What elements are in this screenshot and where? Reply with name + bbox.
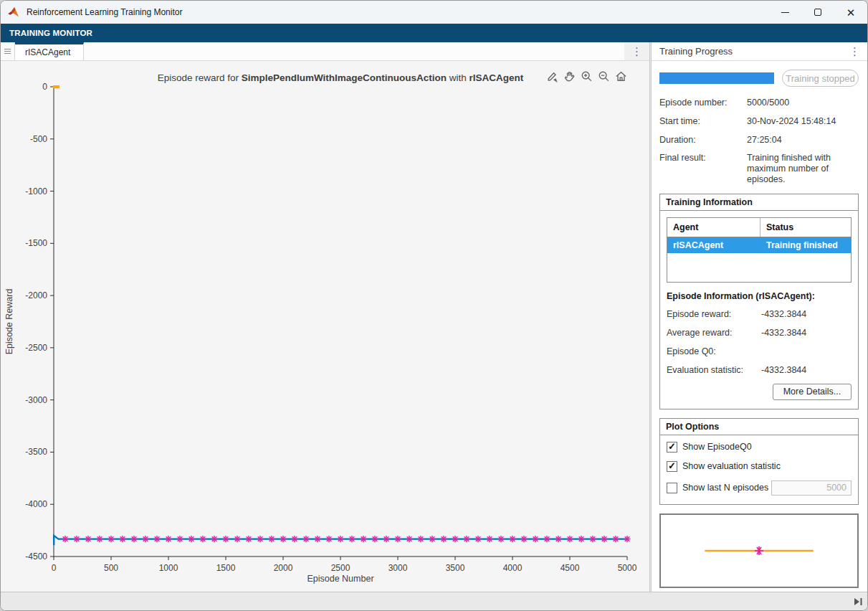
svg-text:5000: 5000 [618,563,637,573]
doc-tab-label: rISACAgent [25,47,70,57]
svg-text:-4500: -4500 [25,551,47,562]
checkbox-row-episodeq0: ✓ Show EpisodeQ0 [667,442,852,453]
svg-text:-1000: -1000 [25,186,47,196]
tab-training-monitor[interactable]: TRAINING MONITOR [1,29,101,37]
svg-text:-3000: -3000 [25,395,47,405]
svg-text:Episode Number: Episode Number [307,574,373,584]
svg-text:-500: -500 [30,134,47,144]
check-icon: ✓ [668,461,676,470]
check-icon: ✓ [668,442,676,451]
svg-text:Episode Reward: Episode Reward [4,289,14,355]
column-header-agent[interactable]: Agent [667,218,760,237]
svg-text:1000: 1000 [159,563,178,573]
close-icon: ✕ [846,7,856,18]
minimize-icon [781,12,789,13]
svg-text:-4000: -4000 [25,499,47,509]
training-stopped-button[interactable]: Training stopped [782,70,859,87]
training-information-section: Training Information Agent Status rISACA… [659,194,859,409]
tabstrip-filler [84,42,624,60]
more-details-button[interactable]: More Details... [773,384,852,400]
expand-panel-icon[interactable] [853,597,863,606]
svg-text:0: 0 [42,82,47,92]
minimize-button[interactable] [768,1,801,24]
tabstrip-menu-icon[interactable]: ⋮ [624,42,649,60]
show-episodeq0-checkbox[interactable]: ✓ [667,442,677,453]
svg-text:-1500: -1500 [25,238,47,248]
svg-text:4500: 4500 [561,563,580,573]
svg-text:1500: 1500 [216,563,236,573]
plot-options-header: Plot Options [660,419,858,435]
title-bar: Reinforcement Learning Training Monitor … [1,1,867,24]
field-duration: Duration: 27:25:04 [659,135,859,146]
tab-list-icon[interactable] [1,42,15,60]
legend-preview-graphic [661,515,857,587]
close-button[interactable]: ✕ [834,1,867,24]
svg-text:2000: 2000 [274,563,293,573]
doc-tab-rlsacagent[interactable]: rISACAgent [15,42,84,60]
show-evaluation-statistic-checkbox[interactable]: ✓ [667,461,677,472]
show-last-n-episodes-checkbox[interactable]: ✓ [667,483,677,493]
app-window: Reinforcement Learning Training Monitor … [0,0,868,611]
field-episode-reward: Episode reward: -4332.3844 [667,309,852,319]
panel-menu-icon[interactable]: ⋮ [842,45,867,58]
window-title: Reinforcement Learning Training Monitor [27,7,768,17]
chart-pane: rISACAgent ⋮ Episode reward for SimplePe… [1,42,649,592]
document-tabstrip: rISACAgent ⋮ [1,42,649,61]
field-final-result: Final result: Training finished with max… [659,153,859,184]
field-evaluation-statistic: Evaluation statistic: -4332.3844 [667,365,852,375]
plot-options-section: Plot Options ✓ Show EpisodeQ0 ✓ Show eva… [659,418,859,505]
svg-text:-2500: -2500 [25,343,47,353]
table-empty-area [667,253,851,282]
episode-information-title: Episode Information (rISACAgent): [667,291,852,301]
episode-reward-plot[interactable]: 0-500-1000-1500-2000-2500-3000-3500-4000… [1,61,649,593]
field-episode-number: Episode number: 5000/5000 [659,98,859,108]
panel-title: Training Progress [652,46,842,57]
field-episode-q0: Episode Q0: [667,346,852,356]
n-episodes-input[interactable] [771,480,852,496]
svg-text:0: 0 [52,563,57,573]
progress-bar-fill [659,72,774,84]
toolstrip: TRAINING MONITOR [1,24,867,42]
maximize-button[interactable] [801,1,834,24]
checkbox-row-evaluation-statistic: ✓ Show evaluation statistic [667,461,852,472]
maximize-icon [814,9,821,16]
field-average-reward: Average reward: -4332.3844 [667,328,852,338]
svg-text:2500: 2500 [331,563,350,573]
svg-text:4000: 4000 [503,563,523,573]
chart-area: Episode reward for SimplePendlumWithImag… [1,61,649,592]
training-progress-bar [659,72,774,84]
status-bar [1,592,867,610]
legend-preview [659,513,859,588]
agent-status-table: Agent Status rISACAgent Training finishe… [667,217,852,283]
matlab-logo-icon [7,6,20,19]
svg-text:3000: 3000 [388,563,408,573]
svg-text:3500: 3500 [446,563,465,573]
svg-text:-3500: -3500 [25,447,47,457]
training-progress-pane: Training Progress ⋮ Training stopped Epi… [652,42,867,592]
field-start-time: Start time: 30-Nov-2024 15:48:14 [659,116,859,127]
checkbox-row-last-n-episodes: ✓ Show last N episodes [667,480,852,496]
svg-text:500: 500 [104,563,118,573]
table-row[interactable]: rISACAgent Training finished [667,237,851,253]
column-header-status[interactable]: Status [760,218,851,237]
svg-text:-2000: -2000 [25,290,47,300]
training-information-header: Training Information [660,194,858,211]
